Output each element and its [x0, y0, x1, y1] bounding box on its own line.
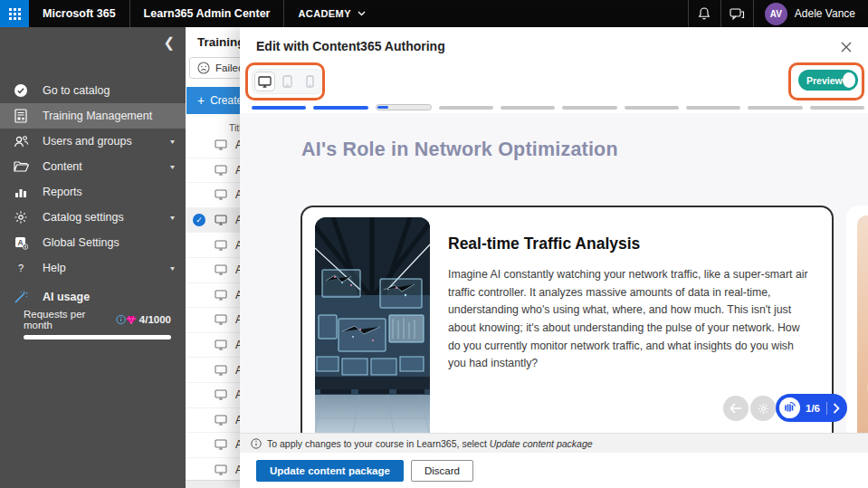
account-menu[interactable]: AV Adele Vance [753, 0, 868, 27]
app-root: Microsoft 365 Learn365 Admin Center ACAD… [0, 0, 868, 488]
discard-button[interactable]: Discard [411, 460, 473, 482]
waffle-grid-icon [9, 8, 21, 20]
progress-segment[interactable] [562, 106, 616, 110]
slide-card-text: Real-time Traffic Analysis Imagine AI co… [448, 234, 814, 373]
sidebar: ❮ Go to catalog Training Management User… [0, 27, 186, 488]
info-icon [251, 438, 262, 449]
close-icon[interactable] [839, 40, 854, 54]
requests-per-month-label: Requests per month [24, 309, 111, 330]
modal-footer-actions: Update content package Discard [240, 453, 868, 488]
slide-settings-gear-icon[interactable] [750, 396, 776, 421]
sidebar-item-content[interactable]: Content ▾ [0, 154, 186, 179]
table-row[interactable]: An [186, 333, 240, 359]
info-icon[interactable] [116, 314, 126, 325]
table-row[interactable]: AM [186, 258, 240, 283]
progress-segment[interactable] [810, 106, 864, 110]
avatar: AV [765, 3, 787, 25]
next-slide-card-partial[interactable] [846, 206, 868, 433]
progress-segment[interactable] [501, 106, 555, 110]
brand-microsoft365[interactable]: Microsoft 365 [29, 0, 129, 27]
table-row[interactable]: AR [186, 433, 240, 458]
table-row[interactable]: An [186, 383, 240, 408]
sidebar-item-reports[interactable]: Reports [0, 179, 186, 205]
monitor-icon [213, 464, 229, 475]
selected-check-icon[interactable]: ✓ [193, 214, 205, 226]
progress-segment-current[interactable] [376, 104, 432, 110]
create-training-button[interactable]: + Create tra [186, 87, 240, 114]
preview-toggle[interactable]: Preview [798, 70, 858, 91]
chevron-down-icon: ▾ [170, 163, 175, 171]
monitor-icon [213, 240, 229, 251]
sidebar-item-label: Reports [43, 186, 175, 198]
ai-quota-value: 4/1000 [139, 314, 171, 325]
table-row[interactable]: An [186, 358, 240, 383]
app-title[interactable]: Learn365 Admin Center [130, 0, 284, 27]
sidebar-item-go-to-catalog[interactable]: Go to catalog [0, 78, 186, 103]
plus-icon: + [197, 93, 205, 108]
chevron-down-icon: ▾ [170, 214, 175, 222]
monitor-icon [213, 314, 229, 325]
sidebar-item-label: Content [43, 160, 170, 173]
chevron-down-icon: ▾ [170, 138, 175, 146]
question-icon: ? [13, 260, 29, 276]
tenant-name: ACADEMY [298, 8, 350, 19]
page-indicator: 1/6 [806, 403, 820, 414]
notifications-bell-icon[interactable] [688, 0, 720, 27]
progress-segment[interactable] [748, 106, 802, 110]
table-row-selected[interactable]: ✓AI [186, 208, 240, 234]
phone-icon[interactable] [300, 72, 320, 91]
ai-usage-header[interactable]: AI usage [0, 286, 186, 308]
tablet-icon[interactable] [277, 72, 298, 91]
previous-slide-button[interactable] [723, 396, 749, 421]
sidebar-item-global-settings[interactable]: A Global Settings [0, 230, 186, 255]
slide-pager[interactable]: 1/6 [776, 394, 847, 422]
training-rows: Ag Ag AI ✓AI AI AM AM An An An An AP AR … [186, 133, 240, 483]
sidebar-item-label: Catalog settings [43, 211, 170, 224]
table-row[interactable]: Ag [186, 158, 240, 184]
sidebar-item-catalog-settings[interactable]: Catalog settings ▾ [0, 205, 186, 230]
monitor-icon [213, 189, 229, 200]
sidebar-item-label: Global Settings [43, 236, 175, 249]
slide-stage: AI's Role in Network Optimization [240, 113, 868, 433]
toggle-knob [843, 72, 855, 88]
sidebar-item-help[interactable]: ? Help ▾ [0, 255, 186, 281]
sidebar-item-training-management[interactable]: Training Management [0, 103, 186, 129]
sidebar-item-label: Go to catalog [43, 84, 175, 97]
monitor-icon [213, 139, 229, 150]
failed-filter-badge[interactable]: Failed pro [189, 57, 240, 79]
note-emphasis: Update content package [490, 438, 593, 449]
progress-segment[interactable] [625, 106, 679, 110]
training-list-panel: Training Ma Failed pro + Create tra Titl… [186, 27, 240, 488]
progress-segment[interactable] [313, 106, 367, 110]
table-row[interactable]: AP [186, 408, 240, 434]
progress-segment[interactable] [252, 106, 306, 110]
sidebar-item-users-and-groups[interactable]: Users and groups ▾ [0, 129, 186, 154]
svg-text:?: ? [18, 263, 24, 273]
top-bar: Microsoft 365 Learn365 Admin Center ACAD… [0, 0, 868, 27]
desktop-icon[interactable] [254, 72, 275, 91]
table-row[interactable]: AI [186, 233, 240, 258]
table-row[interactable]: An [186, 308, 240, 333]
progress-segment[interactable] [686, 106, 740, 110]
tenant-selector[interactable]: ACADEMY [284, 0, 378, 27]
title-column-header: Titl [229, 122, 240, 133]
progress-segment[interactable] [439, 106, 493, 110]
folder-icon [13, 158, 29, 175]
next-slide-chevron-icon[interactable] [833, 403, 840, 414]
device-switcher [252, 69, 323, 94]
bar-chart-icon [13, 184, 29, 200]
ai-usage-title: AI usage [43, 291, 90, 303]
slide-progress-bar [252, 104, 864, 110]
app-launcher-waffle-icon[interactable] [0, 0, 29, 27]
feedback-chat-icon[interactable] [720, 0, 753, 27]
table-row[interactable]: AI [186, 183, 240, 208]
chevron-down-icon: ▾ [170, 264, 175, 273]
update-content-package-button[interactable]: Update content package [256, 460, 404, 482]
table-row[interactable]: Ag [186, 133, 240, 158]
table-row[interactable]: AM [186, 283, 240, 309]
monitor-icon [213, 215, 229, 225]
preview-toggle-label: Preview [798, 75, 843, 86]
sidebar-item-label: Help [43, 262, 170, 274]
app-icon: A [13, 234, 29, 251]
sidebar-collapse-icon[interactable]: ❮ [163, 34, 175, 51]
